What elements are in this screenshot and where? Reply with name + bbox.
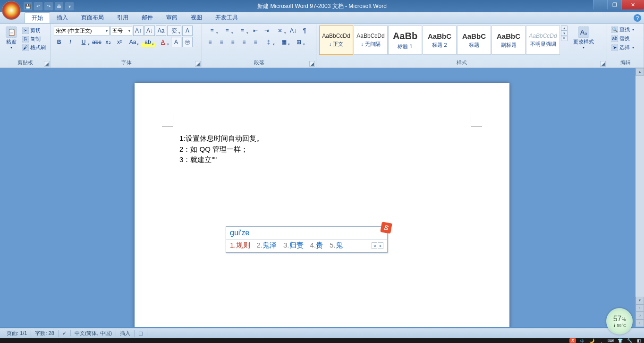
gallery-down[interactable]: ▾ bbox=[561, 31, 568, 36]
ime-next[interactable]: ▸ bbox=[378, 242, 383, 249]
superscript-button[interactable]: x² bbox=[114, 37, 125, 47]
status-language[interactable]: 中文(简体, 中国) bbox=[71, 330, 116, 337]
qat-redo-icon[interactable]: ↷ bbox=[44, 2, 53, 10]
char-border-button[interactable]: A bbox=[182, 26, 193, 36]
scroll-up[interactable]: ▴ bbox=[636, 68, 644, 76]
paragraph-launcher[interactable]: ◢ bbox=[309, 61, 315, 67]
align-left-button[interactable]: ≡ bbox=[205, 37, 215, 47]
format-painter-button[interactable]: 🖌格式刷 bbox=[21, 43, 47, 51]
align-center-button[interactable]: ≡ bbox=[216, 37, 227, 47]
scroll-track[interactable] bbox=[636, 76, 644, 297]
bold-button[interactable]: B bbox=[54, 37, 64, 47]
styles-launcher[interactable]: ◢ bbox=[600, 61, 606, 67]
style-item[interactable]: AaBb标题 1 bbox=[388, 26, 422, 55]
browse-object[interactable]: ○ bbox=[636, 312, 644, 319]
line-spacing-button[interactable]: ‡ bbox=[262, 37, 276, 47]
ime-candidate[interactable]: 1.规则 bbox=[230, 241, 250, 250]
next-page[interactable]: ◦ bbox=[636, 319, 644, 327]
style-item[interactable]: AaBbC标题 2 bbox=[423, 26, 457, 55]
style-item[interactable]: AaBbC副标题 bbox=[491, 26, 525, 55]
style-item[interactable]: AaBbCcDd↓ 正文 bbox=[319, 26, 353, 55]
copy-button[interactable]: ⎘复制 bbox=[21, 35, 47, 43]
status-spellcheck-icon[interactable]: ✓ bbox=[59, 330, 71, 336]
gallery-up[interactable]: ▴ bbox=[561, 26, 568, 31]
style-item[interactable]: AaBbCcDd不明显强调 bbox=[526, 26, 560, 55]
find-button[interactable]: 🔍查找▾ bbox=[610, 26, 636, 34]
tray-moon-icon[interactable]: 🌙 bbox=[588, 338, 595, 343]
scroll-down[interactable]: ▾ bbox=[636, 297, 644, 304]
minimize-button[interactable]: − bbox=[593, 0, 607, 9]
ime-candidate[interactable]: 3.归责 bbox=[283, 241, 304, 250]
tab-developer[interactable]: 开发工具 bbox=[209, 12, 245, 23]
style-item[interactable]: AaBbCcDd↓ 无间隔 bbox=[354, 26, 388, 55]
font-launcher[interactable]: ◢ bbox=[195, 61, 201, 67]
document-page[interactable]: 1:设置休息时间自动回复。 2：如 QQ 管理一样； 3：就建立"" bbox=[135, 83, 509, 327]
replace-button[interactable]: ab替换 bbox=[610, 34, 631, 43]
ime-candidate[interactable]: 2.鬼泽 bbox=[257, 241, 277, 250]
tray-tool-icon[interactable]: 🔧 bbox=[626, 338, 633, 343]
phonetic-button[interactable]: 变 bbox=[167, 26, 181, 36]
tray-lang-icon[interactable]: 中 bbox=[579, 338, 585, 343]
qat-print-icon[interactable]: 🖶 bbox=[55, 2, 63, 10]
tray-ime-icon[interactable]: S bbox=[569, 338, 576, 343]
maximize-button[interactable]: ❐ bbox=[607, 0, 621, 9]
highlight-button[interactable]: ab bbox=[141, 37, 155, 47]
cut-button[interactable]: ✂剪切 bbox=[21, 26, 47, 34]
vertical-scrollbar[interactable]: ▴ ▾ ◦ ○ ◦ bbox=[636, 68, 644, 327]
qat-more-icon[interactable]: ▾ bbox=[65, 2, 74, 10]
asian-layout-button[interactable]: ✕ bbox=[273, 26, 287, 36]
help-button[interactable]: ? bbox=[634, 14, 641, 22]
font-size-combo[interactable]: 五号▾ bbox=[110, 26, 132, 35]
tab-view[interactable]: 视图 bbox=[184, 12, 209, 23]
borders-button[interactable]: ⊞ bbox=[292, 37, 306, 47]
ime-candidate[interactable]: 4.贵 bbox=[310, 241, 323, 250]
status-insert-mode[interactable]: 插入 bbox=[116, 330, 135, 337]
tray-skin-icon[interactable]: 👕 bbox=[617, 338, 623, 343]
shrink-font-button[interactable]: A↓ bbox=[144, 26, 155, 36]
clear-format-button[interactable]: Aa bbox=[156, 26, 166, 36]
bullets-button[interactable]: ≡ bbox=[205, 26, 219, 36]
tab-references[interactable]: 引用 bbox=[110, 12, 135, 23]
shading-button[interactable]: ▦ bbox=[277, 37, 291, 47]
sort-button[interactable]: A↓ bbox=[288, 26, 298, 36]
style-item[interactable]: AaBbC标题 bbox=[457, 26, 491, 55]
indent-dec-button[interactable]: ⇤ bbox=[250, 26, 261, 36]
prev-page[interactable]: ◦ bbox=[636, 304, 644, 312]
document-content[interactable]: 1:设置休息时间自动回复。 2：如 QQ 管理一样； 3：就建立"" bbox=[179, 133, 465, 165]
grow-font-button[interactable]: A↑ bbox=[133, 26, 144, 36]
subscript-button[interactable]: x₂ bbox=[103, 37, 113, 47]
zoom-badge[interactable]: 57% 🌡59°C bbox=[606, 308, 633, 334]
multilevel-button[interactable]: ≡ bbox=[235, 26, 249, 36]
close-button[interactable]: ✕ bbox=[621, 0, 644, 9]
numbering-button[interactable]: ≡ bbox=[220, 26, 234, 36]
ime-prev[interactable]: ◂ bbox=[372, 242, 377, 249]
font-name-combo[interactable]: 宋体 (中文正文)▾ bbox=[54, 26, 110, 35]
change-case-button[interactable]: Aa bbox=[126, 37, 140, 47]
enclose-char-button[interactable]: ㊥ bbox=[182, 37, 193, 47]
char-shading-button[interactable]: A bbox=[171, 37, 181, 47]
tray-keyboard-icon[interactable]: ⌨ bbox=[607, 338, 614, 343]
status-page[interactable]: 页面: 1/1 bbox=[3, 330, 31, 337]
indent-inc-button[interactable]: ⇥ bbox=[262, 26, 272, 36]
qat-undo-icon[interactable]: ↶ bbox=[34, 2, 42, 10]
office-button[interactable] bbox=[2, 1, 21, 20]
align-distribute-button[interactable]: ≡ bbox=[250, 37, 261, 47]
qat-save-icon[interactable]: 💾 bbox=[24, 2, 32, 10]
strikethrough-button[interactable]: abc bbox=[92, 37, 102, 47]
status-macro-icon[interactable]: ▢ bbox=[135, 330, 147, 336]
underline-button[interactable]: U bbox=[76, 37, 91, 47]
gallery-more[interactable]: ≡ bbox=[561, 36, 568, 41]
paste-button[interactable]: 📋 粘贴 ▾ bbox=[3, 26, 20, 51]
select-button[interactable]: ➤选择▾ bbox=[610, 43, 636, 51]
clipboard-launcher[interactable]: ◢ bbox=[44, 61, 50, 67]
tab-insert[interactable]: 插入 bbox=[50, 12, 75, 23]
tray-punct-icon[interactable]: ， bbox=[598, 338, 604, 343]
status-word-count[interactable]: 字数: 28 bbox=[31, 330, 58, 337]
show-marks-button[interactable]: ¶ bbox=[299, 26, 310, 36]
tab-home[interactable]: 开始 bbox=[25, 12, 50, 23]
tab-layout[interactable]: 页面布局 bbox=[75, 12, 110, 23]
ime-candidate[interactable]: 5.鬼 bbox=[330, 241, 343, 250]
tab-review[interactable]: 审阅 bbox=[160, 12, 184, 23]
tab-mailings[interactable]: 邮件 bbox=[135, 12, 160, 23]
align-justify-button[interactable]: ≡ bbox=[239, 37, 249, 47]
